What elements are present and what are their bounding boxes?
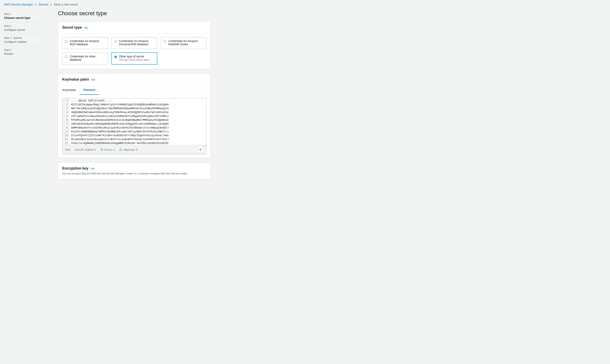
secret-type-rds[interactable]: Credentials for Amazon RDS database: [62, 37, 108, 49]
secret-type-options: Credentials for Amazon RDS database Cred…: [58, 34, 211, 69]
editor-content[interactable]: -----BEGIN CERTIFICATE----- MIICzDCCAjWg…: [69, 98, 206, 145]
breadcrumb-link-service[interactable]: AWS Secrets Manager: [4, 3, 33, 6]
wizard-step-4[interactable]: Step 4 Review: [4, 46, 46, 58]
breadcrumb: AWS Secrets Manager Secrets Store a new …: [4, 3, 606, 6]
svg-point-3: [200, 149, 201, 150]
chevron-right-icon: [35, 3, 37, 6]
secret-type-other[interactable]: Other type of secret API key, OAuth toke…: [111, 52, 157, 64]
editor-mode: Text: [65, 148, 70, 151]
secret-type-redshift[interactable]: Credentials for Amazon Redshift cluster: [161, 37, 207, 49]
error-circle-icon: [100, 148, 103, 151]
editor-status-bar: Text Line 18, Column 1 Errors: 0: [62, 145, 206, 154]
key-value-panel: Key/value pairs Info Key/value Plaintext…: [58, 74, 211, 158]
wizard-step-title: Choose secret type: [4, 16, 46, 19]
editor-warnings: Warnings: 0: [119, 148, 138, 151]
panel-title: Key/value pairs: [62, 77, 89, 82]
wizard-step-1[interactable]: Step 1 Choose secret type: [4, 10, 46, 22]
wizard-step-label: Step 3 - optional: [4, 37, 46, 39]
tile-sublabel: API key, OAuth token, other.: [119, 58, 150, 61]
editor-errors: Errors: 0: [100, 148, 115, 151]
wizard-step-label: Step 4: [4, 49, 46, 51]
info-link[interactable]: Info: [84, 26, 88, 29]
tab-key-value[interactable]: Key/value: [62, 85, 80, 95]
wizard-step-2[interactable]: Step 2 Configure secret: [4, 22, 46, 34]
tile-label: Credentials for other database: [70, 55, 105, 61]
warning-triangle-icon: [119, 148, 122, 151]
svg-point-2: [121, 150, 121, 150]
wizard-step-label: Step 1: [4, 13, 46, 15]
secret-type-documentdb[interactable]: Credentials for Amazon DocumentDB databa…: [111, 37, 157, 49]
editor-settings-button[interactable]: [197, 147, 204, 153]
wizard-step-title: Review: [4, 52, 46, 55]
info-link[interactable]: Info: [90, 167, 95, 170]
radio-icon: [114, 40, 117, 43]
kvp-tabs: Key/value Plaintext: [58, 85, 211, 95]
tile-label: Credentials for Amazon RDS database: [70, 39, 105, 46]
radio-icon: [114, 55, 117, 58]
panel-title: Secret type: [62, 25, 82, 30]
page-title: Choose secret type: [58, 10, 211, 17]
secret-type-other-db[interactable]: Credentials for other database: [62, 52, 108, 64]
editor-gutter: 1 2 3 4 5 6 7 8 9 10 11 12 13: [62, 98, 69, 145]
radio-icon: [163, 40, 166, 43]
breadcrumb-link-secrets[interactable]: Secrets: [39, 3, 48, 6]
wizard-steps: Step 1 Choose secret type Step 2 Configu…: [4, 10, 46, 184]
secret-type-panel: Secret type Info Credentials for Amazon …: [58, 22, 211, 69]
wizard-step-label: Step 2: [4, 25, 46, 27]
tile-label: Credentials for Amazon DocumentDB databa…: [119, 39, 155, 46]
wizard-step-title: Configure secret: [4, 28, 46, 31]
wizard-step-3[interactable]: Step 3 - optional Configure rotation: [4, 34, 46, 46]
panel-title: Encryption key: [62, 166, 88, 170]
panel-description: You can encrypt using the KMS key that S…: [58, 172, 211, 179]
editor-cursor-position: Line 18, Column 1: [75, 148, 96, 151]
info-link[interactable]: Info: [91, 78, 95, 81]
tile-label: Other type of secret: [119, 55, 150, 58]
radio-icon: [65, 40, 68, 43]
plaintext-editor[interactable]: 1 2 3 4 5 6 7 8 9 10 11 12 13 -----BEGIN…: [62, 98, 207, 155]
encryption-key-panel: Encryption key Info You can encrypt usin…: [58, 162, 211, 179]
wizard-step-title: Configure rotation: [4, 40, 46, 43]
chevron-right-icon: [50, 3, 52, 6]
radio-icon: [65, 55, 68, 58]
tile-label: Credentials for Amazon Redshift cluster: [168, 39, 204, 46]
resize-handle-icon[interactable]: [204, 144, 206, 147]
breadcrumb-current: Store a new secret: [54, 3, 78, 6]
tab-plaintext[interactable]: Plaintext: [80, 85, 99, 95]
gear-icon: [199, 148, 202, 152]
